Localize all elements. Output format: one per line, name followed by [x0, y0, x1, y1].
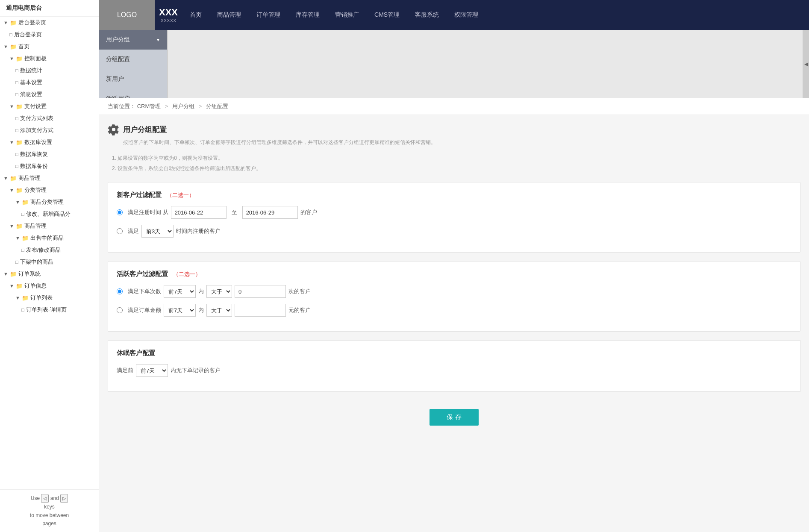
new-customer-row1-suffix: 的客户 — [300, 209, 317, 216]
file-icon: □ — [15, 116, 18, 121]
subnav-user-group[interactable]: 用户分组 ▼ — [99, 30, 167, 50]
sidebar-item-publish-product[interactable]: □ 发布/修改商品 — [0, 244, 99, 256]
sidebar-item-msg-settings[interactable]: □ 消息设置 — [0, 88, 99, 100]
sidebar-item-db-settings[interactable]: ▼ 📁 数据库设置 — [0, 136, 99, 148]
subnav-new-user[interactable]: 新用户 — [99, 69, 167, 89]
active-customer-radio2[interactable] — [117, 307, 123, 313]
nav-customer-service[interactable]: 客服系统 — [407, 0, 447, 30]
active-compare-select2[interactable]: 大于 等于 小于 — [206, 304, 232, 317]
active-customer-filter-block: 活跃客户过滤配置 （二选一） 满足下单次数 前7天 前15天 前30天 内 大于 — [108, 261, 800, 332]
sidebar-item-db-backup[interactable]: □ 数据库备份 — [0, 160, 99, 172]
sidebar-item-edit-add-category[interactable]: □ 修改、新增商品分 — [0, 208, 99, 220]
sidebar-item-off-shelf[interactable]: □ 下架中的商品 — [0, 256, 99, 268]
page-title: 用户分组配置 — [123, 125, 167, 135]
tips: 1. 如果设置的数字为空或为0，则视为没有设置。 2. 设置条件后，系统会自动按… — [108, 153, 800, 173]
main-area: LOGO XXX XXXXX 首页 商品管理 订单管理 库存管理 营销推广 CM… — [99, 0, 809, 532]
date-to-input[interactable] — [242, 206, 298, 219]
file-icon: □ — [15, 152, 18, 157]
sidebar-item-goods-mgmt[interactable]: ▼ 📁 商品管理 — [0, 220, 99, 232]
sidebar-item-dashboard[interactable]: ▼ 📁 控制面板 — [0, 53, 99, 65]
nav-cms[interactable]: CMS管理 — [367, 0, 407, 30]
logo-text: LOGO — [117, 11, 137, 19]
nav-permissions[interactable]: 权限管理 — [447, 0, 486, 30]
sidebar-item-payment-list[interactable]: □ 支付方式列表 — [0, 112, 99, 124]
new-customer-row1: 满足注册时间 从 至 的客户 — [117, 206, 791, 219]
active-row1-label: 满足下单次数 — [128, 288, 161, 295]
nav-marketing[interactable]: 营销推广 — [327, 0, 367, 30]
sidebar-item-basic-settings[interactable]: □ 基本设置 — [0, 76, 99, 88]
sidebar-item-product-mgmt[interactable]: ▼ 📁 商品管理 — [0, 172, 99, 184]
folder-icon: 📁 — [10, 44, 17, 50]
file-icon: □ — [9, 32, 12, 37]
folder-icon: 📁 — [16, 56, 23, 62]
sub-nav-left: 用户分组 ▼ 分组配置 新用户 活跃用户 休眠用户 会员制度 ▼ 会员等级 — [99, 30, 168, 98]
folder-icon: 📁 — [10, 20, 17, 26]
new-customer-radio2[interactable] — [117, 228, 123, 234]
active-compare-select1[interactable]: 大于 等于 小于 — [206, 285, 232, 298]
new-customer-filter-block: 新客户过滤配置 （二选一） 满足注册时间 从 至 的客户 满足 — [108, 182, 800, 253]
file-icon: □ — [15, 68, 18, 73]
save-area: 保 存 — [108, 400, 800, 430]
sub-nav-right — [168, 30, 803, 98]
sidebar-item-order-list[interactable]: ▼ 📁 订单列表 — [0, 292, 99, 304]
sidebar-item-product-category-mgmt[interactable]: ▼ 📁 商品分类管理 — [0, 196, 99, 208]
left-key-icon: ◁ — [41, 494, 49, 503]
brand-name: XXX — [159, 7, 178, 18]
sidebar-title: 通用电商后台 — [0, 0, 99, 17]
sidebar-item-backend-login-page[interactable]: □ 后台登录页 — [0, 29, 99, 41]
file-icon: □ — [15, 164, 18, 169]
folder-icon: 📁 — [10, 175, 17, 182]
file-icon: □ — [21, 247, 24, 253]
sidebar-item-home[interactable]: ▼ 📁 首页 — [0, 41, 99, 53]
collapse-button[interactable]: ◀ — [803, 30, 809, 98]
expand-icon: ▼ — [9, 283, 14, 288]
dormant-row1: 满足前 前7天 前15天 前30天 内无下单记录的客户 — [117, 364, 791, 377]
expand-icon: ▼ — [3, 20, 8, 25]
section-desc: 按照客户的下单时间、下单顿次、订单金额等字段进行分组管理多维度筛选条件，并可以对… — [108, 139, 800, 146]
sidebar-item-data-stats[interactable]: □ 数据统计 — [0, 65, 99, 76]
file-icon: □ — [21, 307, 24, 312]
new-customer-row2: 满足 前3天 前7天 前15天 前30天 时间内注册的客户 — [117, 225, 791, 238]
subnav-group-config[interactable]: 分组配置 — [99, 50, 167, 69]
expand-icon: ▼ — [9, 140, 14, 145]
new-customer-row1-label: 满足注册时间 从 — [128, 209, 168, 216]
dormant-suffix: 内无下单记录的客户 — [171, 367, 221, 374]
nav-orders[interactable]: 订单管理 — [249, 0, 288, 30]
dormant-customer-block: 休眠客户配置 满足前 前7天 前15天 前30天 内无下单记录的客户 — [108, 340, 800, 392]
sidebar-item-backend-login[interactable]: ▼ 📁 后台登录页 — [0, 17, 99, 29]
save-button[interactable]: 保 存 — [430, 409, 478, 426]
gear-icon — [108, 123, 120, 135]
active-customer-radio1[interactable] — [117, 288, 123, 294]
expand-icon: ▼ — [3, 271, 8, 276]
active-period-select2[interactable]: 前7天 前15天 前30天 — [164, 304, 196, 317]
new-customer-radio1[interactable] — [117, 209, 123, 215]
active-customer-row1: 满足下单次数 前7天 前15天 前30天 内 大于 等于 小于 次的客户 — [117, 285, 791, 298]
nav-home[interactable]: 首页 — [182, 0, 209, 30]
sidebar-item-payment-settings[interactable]: ▼ 📁 支付设置 — [0, 100, 99, 112]
active-count-input[interactable] — [235, 285, 286, 298]
sidebar-item-category-mgmt[interactable]: ▼ 📁 分类管理 — [0, 184, 99, 196]
sidebar-item-add-payment[interactable]: □ 添加支付方式 — [0, 124, 99, 136]
new-customer-period-select[interactable]: 前3天 前7天 前15天 前30天 — [141, 225, 174, 238]
sidebar-item-order-list-detail[interactable]: □ 订单列表-详情页 — [0, 304, 99, 316]
right-key-icon: ▷ — [60, 494, 68, 503]
sub-nav: 用户分组 ▼ 分组配置 新用户 活跃用户 休眠用户 会员制度 ▼ 会员等级 — [99, 30, 809, 98]
active-inner2: 内 — [198, 306, 204, 314]
active-amount-input[interactable] — [235, 304, 286, 317]
arrow-icon: ▼ — [156, 38, 160, 42]
active-customer-row2: 满足订单金额 前7天 前15天 前30天 内 大于 等于 小于 元的客户 — [117, 304, 791, 317]
nav-products[interactable]: 商品管理 — [209, 0, 249, 30]
sidebar-item-order-system[interactable]: ▼ 📁 订单系统 — [0, 268, 99, 280]
file-icon: □ — [21, 212, 24, 217]
nav-inventory[interactable]: 库存管理 — [288, 0, 327, 30]
active-row2-suffix: 元的客户 — [288, 306, 311, 314]
active-period-select1[interactable]: 前7天 前15天 前30天 — [164, 285, 196, 298]
new-customer-row2-suffix: 时间内注册的客户 — [176, 227, 221, 235]
dormant-period-select[interactable]: 前7天 前15天 前30天 — [136, 364, 168, 377]
date-from-input[interactable] — [171, 206, 227, 219]
folder-icon: 📁 — [16, 139, 23, 146]
folder-icon: 📁 — [22, 199, 29, 206]
sidebar-item-on-sale[interactable]: ▼ 📁 出售中的商品 — [0, 232, 99, 244]
sidebar-item-order-info[interactable]: ▼ 📁 订单信息 — [0, 280, 99, 292]
sidebar-item-db-restore[interactable]: □ 数据库恢复 — [0, 148, 99, 160]
